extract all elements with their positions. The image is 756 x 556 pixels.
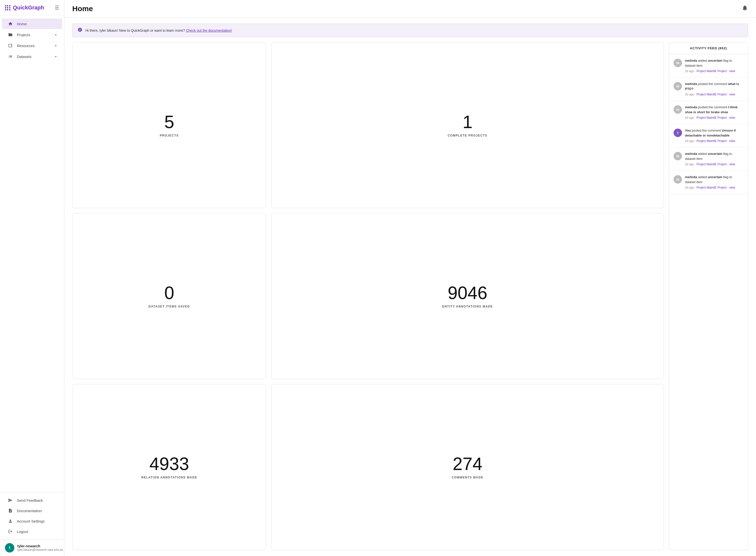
activity-avatar: m <box>674 59 682 67</box>
activity-view-link[interactable]: view <box>729 163 735 166</box>
stats-activity-grid: 5 PROJECTS 1 COMPLETE PROJECTS 0 DATASET… <box>72 42 748 550</box>
sidebar-item-home[interactable]: Home <box>2 19 62 29</box>
activity-view-link[interactable]: view <box>729 69 735 73</box>
activity-list: m melinda added uncertain flag to datase… <box>669 54 748 550</box>
sidebar-item-resources-label: Resources <box>17 44 35 48</box>
sidebar-nav: Home Projects ▾ Resources ▾ Datasets ▾ <box>0 15 64 492</box>
activity-feed: ACTIVITY FEED (652) m melinda added unce… <box>669 42 748 550</box>
app-name: QuickGraph <box>13 4 44 11</box>
page-title: Home <box>72 4 93 13</box>
activity-meta: 2d ago · Project MaintIE Project · view <box>685 162 743 167</box>
activity-user: melinda <box>685 59 697 63</box>
stat-label-dataset-items: DATASET ITEMS SAVED <box>149 305 190 308</box>
datasets-chevron-icon: ▾ <box>55 55 57 59</box>
info-banner: Hi there, tyler bikaun! New to QuickGrap… <box>72 24 748 37</box>
activity-view-link[interactable]: view <box>729 93 735 96</box>
activity-meta: 2d ago · Project MaintIE Project · view <box>685 185 743 190</box>
user-name: tyler-research <box>17 544 63 548</box>
activity-project-link[interactable]: Project MaintIE Project <box>696 139 727 143</box>
stat-label-entity-annotations: ENTITY ANNOTATIONS MADE <box>442 305 493 308</box>
activity-bold: uncertain <box>708 152 722 155</box>
activity-view-link[interactable]: view <box>729 139 735 143</box>
activity-project-link[interactable]: Project MaintIE Project <box>696 69 727 73</box>
account-settings-button[interactable]: Account Settings <box>2 516 62 526</box>
stat-label-complete-projects: COMPLETE PROJECTS <box>448 134 487 137</box>
activity-project-link[interactable]: Project MaintIE Project <box>696 163 727 166</box>
account-settings-label: Account Settings <box>17 519 45 523</box>
activity-view-link[interactable]: view <box>729 186 735 189</box>
activity-user: melinda <box>685 175 697 179</box>
activity-content: You posted the comment Unsure if detacha… <box>685 128 743 143</box>
activity-avatar: m <box>674 175 682 184</box>
avatar: t <box>5 543 14 553</box>
resources-icon <box>7 43 13 48</box>
sidebar-item-projects[interactable]: Projects ▾ <box>2 30 62 40</box>
info-icon <box>77 27 82 33</box>
menu-toggle-icon[interactable]: ☰ <box>55 5 59 11</box>
activity-content: melinda posted the comment I think shoe … <box>685 105 743 120</box>
activity-avatar: m <box>674 105 682 114</box>
stat-card-dataset-items: 0 DATASET ITEMS SAVED <box>72 213 266 379</box>
stat-card-projects: 5 PROJECTS <box>72 42 266 208</box>
sidebar-item-home-label: Home <box>17 22 27 26</box>
resources-chevron-icon: ▾ <box>55 44 57 47</box>
activity-project-link[interactable]: Project MaintIE Project <box>696 186 727 189</box>
main-body: Hi there, tyler bikaun! New to QuickGrap… <box>64 18 756 556</box>
activity-project-link[interactable]: Project MaintIE Project <box>696 116 727 119</box>
activity-bold: Unsure if detachable or nondetachable <box>685 129 736 137</box>
activity-project-link[interactable]: Project MaintIE Project <box>696 93 727 96</box>
activity-avatar: t <box>674 129 682 137</box>
sidebar-item-datasets[interactable]: Datasets ▾ <box>2 51 62 62</box>
stat-card-relation-annotations: 4933 RELATION ANNOTATIONS MADE <box>72 384 266 550</box>
sidebar: QuickGraph ☰ Home Projects ▾ Resources ▾ <box>0 0 64 556</box>
activity-feed-header: ACTIVITY FEED (652) <box>669 42 748 54</box>
activity-list-item: t You posted the comment Unsure if detac… <box>669 124 748 147</box>
stat-label-projects: PROJECTS <box>160 134 179 137</box>
sidebar-item-resources[interactable]: Resources ▾ <box>2 40 62 51</box>
logout-icon <box>7 529 13 534</box>
main-content: Home Hi there, tyler bikaun! New to Quic… <box>64 0 756 556</box>
sidebar-item-projects-label: Projects <box>17 33 30 37</box>
stat-card-complete-projects: 1 COMPLETE PROJECTS <box>271 42 664 208</box>
activity-avatar: m <box>674 82 682 91</box>
activity-bold: uncertain <box>708 59 722 63</box>
stat-card-entity-annotations: 9046 ENTITY ANNOTATIONS MADE <box>271 213 664 379</box>
stat-value-complete-projects: 1 <box>463 113 473 131</box>
documentation-label: Documentation <box>17 509 42 513</box>
sidebar-header: QuickGraph ☰ <box>0 0 64 15</box>
activity-content: melinda added uncertain flag to dataset … <box>685 58 743 73</box>
user-email: tyler.bikaun@research.uwa.edu.au <box>17 548 63 552</box>
notification-bell-icon[interactable] <box>742 5 748 13</box>
activity-meta: 2d ago · Project MaintIE Project · view <box>685 139 743 143</box>
activity-list-item: m melinda posted the comment I think sho… <box>669 101 748 124</box>
activity-list-item: m melinda added uncertain flag to datase… <box>669 171 748 194</box>
documentation-button[interactable]: Documentation <box>2 506 62 516</box>
activity-content: melinda added uncertain flag to dataset … <box>685 151 743 167</box>
stat-label-comments: COMMENTS MADE <box>452 476 484 479</box>
main-header: Home <box>64 0 756 18</box>
stat-value-entity-annotations: 9046 <box>448 284 487 302</box>
activity-view-link[interactable]: view <box>729 116 735 119</box>
sidebar-bottom: Send Feedback Documentation Account Sett… <box>0 492 64 540</box>
projects-icon <box>7 32 13 37</box>
documentation-icon <box>7 509 13 513</box>
activity-content: melinda posted the comment what is PTO? … <box>685 81 743 97</box>
home-icon <box>7 22 13 26</box>
app-logo: QuickGraph <box>5 4 44 11</box>
stat-value-dataset-items: 0 <box>164 284 174 302</box>
activity-meta: 2d ago · Project MaintIE Project · view <box>685 92 743 97</box>
feedback-label: Send Feedback <box>17 498 43 502</box>
activity-list-item: m melinda added uncertain flag to datase… <box>669 54 748 77</box>
account-icon <box>7 519 13 523</box>
projects-chevron-icon: ▾ <box>55 33 57 37</box>
logout-button[interactable]: Logout <box>2 526 62 536</box>
stat-card-comments: 274 COMMENTS MADE <box>271 384 664 550</box>
activity-list-item: m melinda posted the comment what is PTO… <box>669 77 748 101</box>
banner-message: Hi there, tyler bikaun! New to QuickGrap… <box>85 29 232 32</box>
user-profile: t tyler-research tyler.bikaun@research.u… <box>0 540 64 556</box>
activity-avatar: m <box>674 152 682 160</box>
banner-link[interactable]: Check out the documentation! <box>186 29 232 32</box>
user-info: tyler-research tyler.bikaun@research.uwa… <box>17 544 63 552</box>
send-feedback-button[interactable]: Send Feedback <box>2 495 62 505</box>
stat-value-relation-annotations: 4933 <box>150 455 189 473</box>
